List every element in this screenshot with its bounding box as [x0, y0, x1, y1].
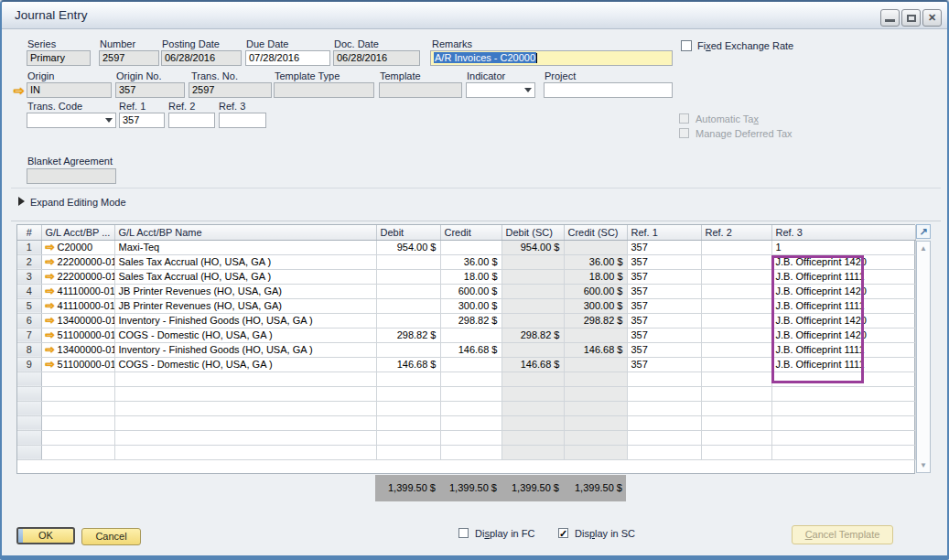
origin-link-arrow-icon[interactable]: ⇨: [14, 85, 25, 96]
cell-ref3[interactable]: J.B. Officeprint 1420: [771, 313, 915, 328]
cell-debit-sc[interactable]: [501, 342, 564, 357]
cell-ref3[interactable]: J.B. Officeprint 1420: [771, 284, 915, 298]
cell-debit-sc[interactable]: [501, 401, 564, 415]
cell-debit[interactable]: [376, 372, 440, 386]
cell-credit[interactable]: [440, 430, 501, 445]
cell-account-name[interactable]: [114, 372, 376, 386]
cell-ref1[interactable]: 357: [627, 254, 701, 269]
cell-ref2[interactable]: [701, 386, 771, 401]
cell-ref1[interactable]: 357: [627, 240, 701, 254]
cell-debit-sc[interactable]: [501, 298, 564, 313]
cell-account-name[interactable]: JB Printer Revenues (HO, USA, GA): [114, 284, 376, 298]
cell-debit-sc[interactable]: [501, 313, 564, 328]
cell-ref3[interactable]: [771, 415, 915, 430]
cell-credit-sc[interactable]: [564, 415, 627, 430]
cell-account-name[interactable]: COGS - Domestic (HO, USA, GA ): [114, 328, 376, 342]
cell-ref1[interactable]: 357: [627, 284, 701, 298]
template-type-field[interactable]: [274, 82, 374, 98]
scroll-up-icon[interactable]: ▲: [917, 244, 930, 253]
grid-scrollbar[interactable]: ▲ ▼: [916, 241, 931, 473]
cell-debit[interactable]: [376, 269, 440, 284]
cell-account[interactable]: [41, 372, 114, 386]
cell-credit[interactable]: [440, 401, 501, 415]
cell-account-name[interactable]: [114, 386, 376, 401]
ref3-field[interactable]: [219, 113, 266, 128]
cell-ref1[interactable]: [627, 445, 701, 459]
cell-account[interactable]: ⇨13400000-01-: [41, 313, 114, 328]
title-bar[interactable]: Journal Entry ✕: [2, 2, 947, 29]
cell-credit-sc[interactable]: [564, 240, 627, 254]
cell-account[interactable]: ⇨13400000-01-: [41, 342, 114, 357]
cell-credit-sc[interactable]: [564, 328, 627, 342]
cell-ref2[interactable]: [701, 240, 771, 254]
cell-debit[interactable]: [376, 386, 440, 401]
cell-ref2[interactable]: [701, 445, 771, 459]
cell-credit-sc[interactable]: 18.00 $: [564, 269, 627, 284]
expand-editing-mode-toggle[interactable]: Expand Editing Mode: [30, 197, 126, 208]
cell-credit[interactable]: [440, 386, 501, 401]
cell-ref3[interactable]: J.B. Officeprint 1111: [771, 342, 915, 357]
link-arrow-icon[interactable]: ⇨: [46, 270, 55, 283]
cell-account[interactable]: ⇨C20000: [41, 240, 114, 254]
cell-account[interactable]: ⇨22200000-01-: [41, 269, 114, 284]
cell-credit[interactable]: 18.00 $: [440, 269, 501, 284]
cell-account[interactable]: [41, 386, 114, 401]
cell-ref1[interactable]: [627, 372, 701, 386]
link-arrow-icon[interactable]: ⇨: [46, 343, 55, 356]
doc-date-field[interactable]: 06/28/2016: [333, 50, 420, 66]
link-arrow-icon[interactable]: ⇨: [46, 314, 55, 327]
cell-credit[interactable]: [440, 445, 501, 459]
cell-account-name[interactable]: [114, 445, 376, 459]
project-field[interactable]: [544, 82, 673, 98]
cell-debit[interactable]: [376, 313, 440, 328]
cell-debit[interactable]: [376, 298, 440, 313]
cell-ref3[interactable]: [771, 372, 915, 386]
cell-debit-sc[interactable]: [501, 254, 564, 269]
cell-ref1[interactable]: [627, 386, 701, 401]
cell-debit[interactable]: [376, 401, 440, 415]
cell-debit[interactable]: 298.82 $: [376, 328, 440, 342]
cell-account[interactable]: [41, 445, 114, 459]
cell-ref2[interactable]: [701, 430, 771, 445]
cell-ref1[interactable]: [627, 430, 701, 445]
cell-ref2[interactable]: [701, 357, 771, 372]
series-field[interactable]: Primary: [27, 50, 91, 66]
cell-credit[interactable]: 298.82 $: [440, 313, 501, 328]
link-arrow-icon[interactable]: ⇨: [46, 299, 55, 312]
cell-credit-sc[interactable]: 300.00 $: [564, 298, 627, 313]
cell-account-name[interactable]: Inventory - Finished Goods (HO, USA, GA …: [114, 313, 376, 328]
cell-credit-sc[interactable]: [564, 401, 627, 415]
origin-field[interactable]: IN: [27, 82, 112, 98]
cell-ref1[interactable]: 357: [627, 357, 701, 372]
cell-ref1[interactable]: [627, 401, 701, 415]
cell-account-name[interactable]: [114, 415, 376, 430]
cell-credit-sc[interactable]: 36.00 $: [564, 254, 627, 269]
cell-credit[interactable]: 300.00 $: [440, 298, 501, 313]
link-arrow-icon[interactable]: ⇨: [46, 285, 55, 297]
ok-button[interactable]: OK: [16, 527, 75, 544]
cell-ref3[interactable]: J.B. Officeprint 1420: [771, 254, 915, 269]
cell-ref1[interactable]: 357: [627, 342, 701, 357]
cell-debit-sc[interactable]: [501, 430, 564, 445]
cell-ref3[interactable]: 1: [771, 240, 915, 254]
ref2-field[interactable]: [168, 113, 215, 128]
cell-account-name[interactable]: Sales Tax Accrual (HO, USA, GA ): [114, 254, 376, 269]
cell-credit-sc[interactable]: [564, 445, 627, 459]
cell-credit[interactable]: 600.00 $: [440, 284, 501, 298]
link-arrow-icon[interactable]: ⇨: [46, 255, 55, 268]
cell-debit-sc[interactable]: 954.00 $: [501, 240, 564, 254]
cell-debit[interactable]: [376, 254, 440, 269]
cell-account[interactable]: ⇨51100000-01-: [41, 328, 114, 342]
cell-account-name[interactable]: Maxi-Teq: [114, 240, 376, 254]
cell-ref1[interactable]: 357: [627, 298, 701, 313]
ref1-field[interactable]: 357: [119, 113, 165, 128]
scroll-down-icon[interactable]: ▼: [917, 461, 930, 469]
cell-ref1[interactable]: 357: [627, 269, 701, 284]
cell-credit-sc[interactable]: [564, 357, 627, 372]
cell-credit-sc[interactable]: [564, 386, 627, 401]
cell-credit[interactable]: 36.00 $: [440, 254, 501, 269]
cell-account-name[interactable]: Inventory - Finished Goods (HO, USA, GA …: [114, 342, 376, 357]
cell-debit[interactable]: [376, 284, 440, 298]
trans-code-dropdown[interactable]: [27, 113, 116, 128]
cell-ref3[interactable]: [771, 386, 915, 401]
